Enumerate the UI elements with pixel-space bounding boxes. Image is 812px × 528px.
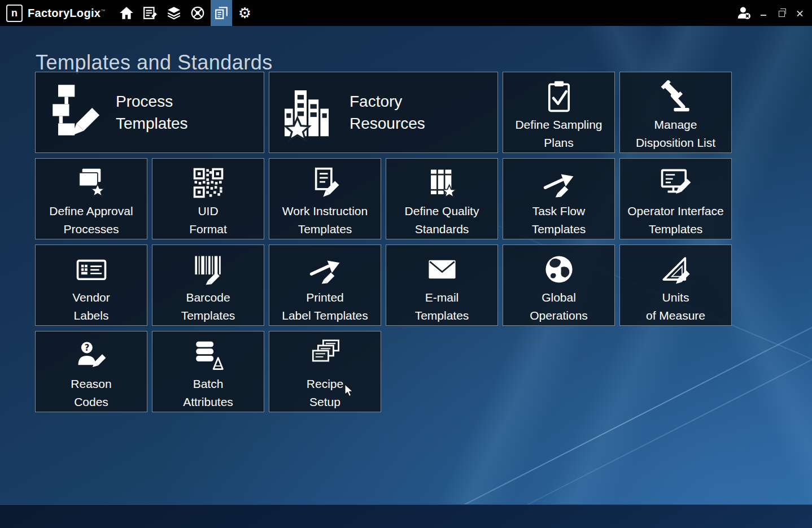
topbar-right-controls	[736, 6, 807, 20]
tile-label: ProcessTemplates	[116, 90, 188, 134]
tile-label: GlobalOperations	[530, 289, 588, 325]
tile-barcode-templates[interactable]: BarcodeTemplates	[152, 245, 264, 326]
main-content: Templates and Standards ProcessTemplates…	[0, 26, 812, 528]
tile-printed-label-templates[interactable]: PrintedLabel Templates	[269, 245, 381, 326]
nav-materials-button[interactable]	[163, 0, 185, 26]
database-stack-icon	[192, 339, 225, 372]
tile-task-flow-templates[interactable]: Task FlowTemplates	[503, 158, 615, 239]
tile-label: FactoryResources	[350, 90, 425, 134]
tile-uid-format[interactable]: UIDFormat	[152, 158, 264, 239]
tile-global-operations[interactable]: GlobalOperations	[503, 245, 615, 326]
books-star-icon	[426, 167, 459, 199]
label-icon	[75, 253, 108, 286]
globe-icon	[543, 253, 575, 286]
tile-factory-resources[interactable]: FactoryResources	[269, 72, 498, 153]
bottom-strip	[0, 504, 812, 528]
tile-work-instruction-templates[interactable]: Work InstructionTemplates	[269, 158, 381, 239]
nav-home-button[interactable]	[116, 0, 137, 26]
nav-settings-button[interactable]: ⚙	[234, 0, 256, 26]
factory-building-star-icon	[277, 83, 336, 142]
user-status-button[interactable]	[736, 6, 751, 20]
send-arrow-pencil-icon	[309, 253, 342, 286]
tile-label: BarcodeTemplates	[181, 289, 235, 325]
tile-label: Define ApprovalProcesses	[49, 202, 133, 238]
tile-label: Define SamplingPlans	[515, 116, 602, 152]
cascading-windows-icon	[309, 339, 342, 372]
tile-label: UIDFormat	[189, 202, 227, 238]
tiles-grid: ProcessTemplates FactoryResources Define…	[35, 72, 732, 412]
minimize-icon	[761, 15, 766, 16]
process-flowchart-pencil-icon	[43, 83, 102, 142]
nav-dispatch-button[interactable]	[187, 0, 208, 26]
gavel-icon	[660, 80, 692, 113]
tile-batch-attributes[interactable]: BatchAttributes	[152, 331, 264, 412]
set-square-pencil-icon	[660, 253, 692, 286]
gear-icon: ⚙	[238, 6, 251, 20]
monitor-pencil-icon	[660, 167, 692, 199]
close-icon	[796, 10, 804, 17]
templates-icon	[214, 6, 229, 20]
envelope-icon	[426, 253, 459, 286]
tile-define-sampling-plans[interactable]: Define SamplingPlans	[503, 72, 615, 153]
tile-label: RecipeSetup	[307, 375, 343, 411]
production-icon	[143, 6, 158, 20]
close-button[interactable]	[794, 7, 805, 19]
tile-label: Work InstructionTemplates	[282, 202, 368, 238]
dispatch-icon	[190, 6, 205, 20]
tile-label: Task FlowTemplates	[532, 202, 586, 238]
tile-manage-disposition-list[interactable]: ManageDisposition List	[619, 72, 732, 153]
tile-units-of-measure[interactable]: Unitsof Measure	[619, 245, 732, 326]
qr-code-icon	[192, 167, 225, 199]
user-disconnected-icon	[736, 6, 751, 20]
tile-label: PrintedLabel Templates	[282, 289, 368, 325]
tile-recipe-setup[interactable]: RecipeSetup	[269, 331, 381, 412]
tile-label: BatchAttributes	[183, 375, 233, 411]
tile-define-quality-standards[interactable]: Define QualityStandards	[386, 158, 498, 239]
barcode-pencil-icon	[192, 253, 225, 286]
tile-vendor-labels[interactable]: VendorLabels	[35, 245, 147, 326]
tile-label: Define QualityStandards	[405, 202, 479, 238]
tile-label: VendorLabels	[72, 289, 110, 325]
document-pencil-icon	[309, 167, 342, 199]
restore-icon	[779, 11, 785, 17]
tile-process-templates[interactable]: ProcessTemplates	[35, 72, 264, 153]
cards-star-icon	[75, 167, 108, 199]
restore-button[interactable]	[776, 7, 787, 19]
factorylogix-window: n FactoryLogix™ ⚙	[0, 0, 812, 528]
tile-operator-interface-templates[interactable]: Operator InterfaceTemplates	[619, 158, 732, 239]
factorylogix-logo-icon: n	[6, 5, 23, 22]
tile-label: Unitsof Measure	[646, 289, 705, 325]
tile-email-templates[interactable]: E-mailTemplates	[386, 245, 498, 326]
nav-templates-standards-button[interactable]	[211, 0, 232, 26]
tile-label: E-mailTemplates	[415, 289, 469, 325]
tile-label: ManageDisposition List	[636, 116, 715, 152]
tile-define-approval-processes[interactable]: Define ApprovalProcesses	[35, 158, 147, 239]
page-title: Templates and Standards	[36, 51, 273, 75]
tile-reason-codes[interactable]: ReasonCodes	[35, 331, 147, 412]
tile-label: ReasonCodes	[71, 375, 111, 411]
minimize-button[interactable]	[758, 7, 769, 19]
tile-label: Operator InterfaceTemplates	[627, 202, 723, 238]
trademark-mark: ™	[101, 8, 105, 14]
arrow-pencil-icon	[543, 167, 575, 199]
nav-production-button[interactable]	[139, 0, 161, 26]
materials-icon	[167, 6, 181, 20]
person-question-pencil-icon	[75, 339, 108, 372]
logo-letter: n	[11, 7, 18, 19]
home-icon	[119, 6, 134, 20]
brand-name: FactoryLogix™	[28, 7, 106, 20]
clipboard-check-icon	[543, 80, 575, 113]
top-bar: n FactoryLogix™ ⚙	[0, 0, 812, 26]
